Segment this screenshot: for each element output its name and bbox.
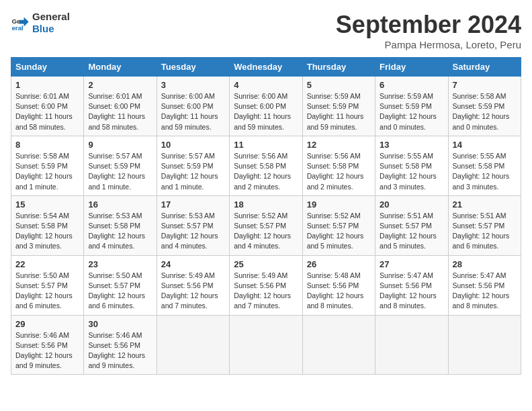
day-number: 30 (88, 319, 152, 329)
day-number: 14 (453, 140, 517, 150)
calendar-cell: 1 Sunrise: 6:01 AM Sunset: 6:00 PM Dayli… (11, 77, 84, 136)
day-info: Sunrise: 5:57 AM Sunset: 5:59 PM Dayligh… (88, 151, 152, 192)
day-header-tuesday: Tuesday (157, 58, 229, 77)
logo: Gen eral General Blue (11, 11, 70, 35)
calendar-cell: 21 Sunrise: 5:51 AM Sunset: 5:57 PM Dayl… (448, 195, 521, 255)
calendar-cell (230, 315, 302, 375)
day-header-saturday: Saturday (448, 58, 521, 77)
logo-line2: Blue (32, 23, 70, 35)
day-info: Sunrise: 5:48 AM Sunset: 5:56 PM Dayligh… (307, 271, 371, 312)
calendar-cell: 18 Sunrise: 5:52 AM Sunset: 5:57 PM Dayl… (230, 195, 302, 255)
calendar-cell: 29 Sunrise: 5:46 AM Sunset: 5:56 PM Dayl… (11, 315, 84, 375)
calendar-cell: 22 Sunrise: 5:50 AM Sunset: 5:57 PM Dayl… (11, 255, 84, 315)
svg-text:eral: eral (11, 24, 24, 32)
calendar-cell: 4 Sunrise: 6:00 AM Sunset: 6:00 PM Dayli… (230, 77, 302, 136)
week-row-4: 22 Sunrise: 5:50 AM Sunset: 5:57 PM Dayl… (11, 255, 521, 315)
calendar-cell: 13 Sunrise: 5:55 AM Sunset: 5:58 PM Dayl… (375, 136, 448, 195)
day-info: Sunrise: 5:53 AM Sunset: 5:58 PM Dayligh… (88, 211, 152, 252)
day-info: Sunrise: 5:54 AM Sunset: 5:58 PM Dayligh… (15, 211, 79, 252)
day-number: 19 (307, 199, 371, 210)
calendar-cell: 26 Sunrise: 5:48 AM Sunset: 5:56 PM Dayl… (302, 255, 375, 315)
day-header-friday: Friday (375, 58, 448, 77)
month-title: September 2024 (336, 11, 521, 39)
day-info: Sunrise: 5:58 AM Sunset: 5:59 PM Dayligh… (453, 91, 517, 132)
day-number: 15 (15, 199, 79, 210)
day-number: 8 (15, 140, 79, 150)
day-info: Sunrise: 6:01 AM Sunset: 6:00 PM Dayligh… (88, 91, 152, 132)
calendar-cell: 20 Sunrise: 5:51 AM Sunset: 5:57 PM Dayl… (375, 195, 448, 255)
day-number: 4 (234, 80, 298, 90)
day-info: Sunrise: 5:56 AM Sunset: 5:58 PM Dayligh… (234, 151, 298, 192)
calendar-cell (375, 315, 448, 375)
day-info: Sunrise: 5:55 AM Sunset: 5:58 PM Dayligh… (380, 151, 443, 192)
calendar-cell: 14 Sunrise: 5:55 AM Sunset: 5:58 PM Dayl… (448, 136, 521, 195)
day-info: Sunrise: 5:50 AM Sunset: 5:57 PM Dayligh… (88, 271, 152, 312)
calendar-cell: 17 Sunrise: 5:53 AM Sunset: 5:57 PM Dayl… (157, 195, 229, 255)
day-number: 13 (380, 140, 443, 150)
day-header-monday: Monday (84, 58, 157, 77)
day-info: Sunrise: 5:52 AM Sunset: 5:57 PM Dayligh… (307, 211, 371, 252)
calendar-cell: 16 Sunrise: 5:53 AM Sunset: 5:58 PM Dayl… (84, 195, 157, 255)
week-row-3: 15 Sunrise: 5:54 AM Sunset: 5:58 PM Dayl… (11, 195, 521, 255)
day-header-sunday: Sunday (11, 58, 84, 77)
page-header: Gen eral General Blue September 2024 Pam… (11, 11, 521, 50)
calendar-cell: 15 Sunrise: 5:54 AM Sunset: 5:58 PM Dayl… (11, 195, 84, 255)
day-info: Sunrise: 5:47 AM Sunset: 5:56 PM Dayligh… (453, 271, 517, 312)
day-number: 12 (307, 140, 371, 150)
week-row-1: 1 Sunrise: 6:01 AM Sunset: 6:00 PM Dayli… (11, 77, 521, 136)
day-number: 18 (234, 199, 298, 210)
calendar-cell: 27 Sunrise: 5:47 AM Sunset: 5:56 PM Dayl… (375, 255, 448, 315)
day-header-thursday: Thursday (302, 58, 375, 77)
day-number: 3 (161, 80, 225, 90)
logo-icon: Gen eral (11, 13, 30, 32)
calendar-cell: 8 Sunrise: 5:58 AM Sunset: 5:59 PM Dayli… (11, 136, 84, 195)
day-number: 11 (234, 140, 298, 150)
calendar-cell: 12 Sunrise: 5:56 AM Sunset: 5:58 PM Dayl… (302, 136, 375, 195)
day-number: 9 (88, 140, 152, 150)
calendar-cell: 30 Sunrise: 5:46 AM Sunset: 5:56 PM Dayl… (84, 315, 157, 375)
day-number: 2 (88, 80, 152, 90)
day-info: Sunrise: 6:01 AM Sunset: 6:00 PM Dayligh… (15, 91, 79, 132)
calendar-cell (157, 315, 229, 375)
day-number: 28 (453, 259, 517, 269)
day-number: 20 (380, 199, 443, 210)
day-number: 5 (307, 80, 371, 90)
day-number: 21 (453, 199, 517, 210)
calendar-cell: 19 Sunrise: 5:52 AM Sunset: 5:57 PM Dayl… (302, 195, 375, 255)
calendar-cell: 23 Sunrise: 5:50 AM Sunset: 5:57 PM Dayl… (84, 255, 157, 315)
day-info: Sunrise: 5:46 AM Sunset: 5:56 PM Dayligh… (15, 330, 79, 371)
day-info: Sunrise: 5:57 AM Sunset: 5:59 PM Dayligh… (161, 151, 225, 192)
calendar-cell: 10 Sunrise: 5:57 AM Sunset: 5:59 PM Dayl… (157, 136, 229, 195)
day-info: Sunrise: 5:55 AM Sunset: 5:58 PM Dayligh… (453, 151, 517, 192)
day-info: Sunrise: 5:47 AM Sunset: 5:56 PM Dayligh… (380, 271, 443, 312)
day-number: 22 (15, 259, 79, 269)
calendar-cell (448, 315, 521, 375)
day-info: Sunrise: 5:59 AM Sunset: 5:59 PM Dayligh… (307, 91, 371, 132)
day-info: Sunrise: 5:53 AM Sunset: 5:57 PM Dayligh… (161, 211, 225, 252)
calendar-header: SundayMondayTuesdayWednesdayThursdayFrid… (11, 58, 521, 77)
day-number: 25 (234, 259, 298, 269)
day-info: Sunrise: 5:56 AM Sunset: 5:58 PM Dayligh… (307, 151, 371, 192)
calendar-cell: 2 Sunrise: 6:01 AM Sunset: 6:00 PM Dayli… (84, 77, 157, 136)
header-row: SundayMondayTuesdayWednesdayThursdayFrid… (11, 58, 521, 77)
day-info: Sunrise: 6:00 AM Sunset: 6:00 PM Dayligh… (234, 91, 298, 132)
day-info: Sunrise: 5:58 AM Sunset: 5:59 PM Dayligh… (15, 151, 79, 192)
day-info: Sunrise: 5:49 AM Sunset: 5:56 PM Dayligh… (161, 271, 225, 312)
day-info: Sunrise: 5:52 AM Sunset: 5:57 PM Dayligh… (234, 211, 298, 252)
week-row-5: 29 Sunrise: 5:46 AM Sunset: 5:56 PM Dayl… (11, 315, 521, 375)
calendar-cell: 11 Sunrise: 5:56 AM Sunset: 5:58 PM Dayl… (230, 136, 302, 195)
calendar-cell: 6 Sunrise: 5:59 AM Sunset: 5:59 PM Dayli… (375, 77, 448, 136)
calendar-cell: 5 Sunrise: 5:59 AM Sunset: 5:59 PM Dayli… (302, 77, 375, 136)
day-number: 29 (15, 319, 79, 329)
day-info: Sunrise: 5:51 AM Sunset: 5:57 PM Dayligh… (453, 211, 517, 252)
calendar-table: SundayMondayTuesdayWednesdayThursdayFrid… (11, 57, 521, 375)
day-info: Sunrise: 5:50 AM Sunset: 5:57 PM Dayligh… (15, 271, 79, 312)
day-number: 6 (380, 80, 443, 90)
day-number: 7 (453, 80, 517, 90)
day-info: Sunrise: 6:00 AM Sunset: 6:00 PM Dayligh… (161, 91, 225, 132)
calendar-cell (302, 315, 375, 375)
logo-line1: General (32, 11, 70, 23)
calendar-cell: 3 Sunrise: 6:00 AM Sunset: 6:00 PM Dayli… (157, 77, 229, 136)
title-block: September 2024 Pampa Hermosa, Loreto, Pe… (336, 11, 521, 50)
day-number: 17 (161, 199, 225, 210)
